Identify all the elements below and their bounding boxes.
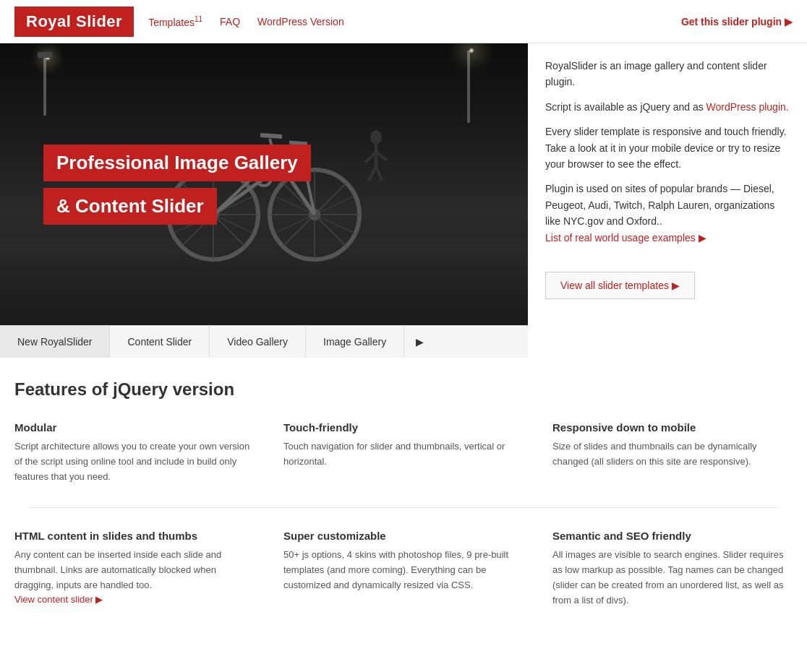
- feature-responsive: Responsive down to mobile Size of slides…: [552, 421, 793, 484]
- features-grid-2: HTML content in slides and thumbs Any co…: [14, 530, 793, 608]
- feature-touch-text: Touch navigation for slider and thumbnai…: [283, 439, 524, 470]
- feature-seo-text: All images are visible to search engines…: [552, 548, 793, 608]
- desc-intro: RoyalSlider is an image gallery and cont…: [545, 58, 790, 90]
- tab-next-arrow[interactable]: ▶: [404, 326, 435, 358]
- tab-image-gallery[interactable]: Image Gallery: [306, 326, 404, 358]
- slider-background: [0, 43, 528, 325]
- desc-script: Script is available as jQuery and as Wor…: [545, 99, 790, 115]
- street-light-right: [467, 51, 470, 123]
- feature-modular-heading: Modular: [14, 421, 255, 434]
- right-panel: RoyalSlider is an image gallery and cont…: [528, 43, 807, 358]
- slider-image: Professional Image Gallery & Content Sli…: [0, 43, 528, 325]
- slider-tabs: New RoyalSlider Content Slider Video Gal…: [0, 325, 528, 358]
- feature-html-text: Any content can be inserted inside each …: [14, 548, 255, 593]
- wordpress-plugin-link[interactable]: WordPress plugin.: [706, 101, 789, 113]
- svg-line-23: [289, 142, 307, 144]
- feature-html-heading: HTML content in slides and thumbs: [14, 530, 255, 542]
- bicycle-graphic: [163, 106, 365, 267]
- feature-responsive-text: Size of slides and thumbnails can be dyn…: [552, 439, 793, 470]
- tab-content-slider[interactable]: Content Slider: [110, 326, 210, 358]
- slide-text-line2: & Content Slider: [43, 188, 217, 225]
- feature-modular-text: Script architecture allows you to create…: [14, 439, 255, 484]
- view-templates-button[interactable]: View all slider templates ▶: [545, 272, 695, 299]
- main-nav: Templates11 FAQ WordPress Version: [148, 15, 344, 28]
- nav-faq[interactable]: FAQ: [220, 16, 240, 27]
- header-left: Royal Slider Templates11 FAQ WordPress V…: [14, 7, 344, 37]
- svg-line-34: [376, 166, 382, 181]
- feature-customizable-text: 50+ js options, 4 skins with photoshop f…: [283, 548, 524, 593]
- feature-touch-heading: Touch-friendly: [283, 421, 524, 434]
- slider-section: Professional Image Gallery & Content Sli…: [0, 43, 528, 358]
- feature-html-content: HTML content in slides and thumbs Any co…: [14, 530, 255, 608]
- feature-customizable-heading: Super customizable: [283, 530, 524, 542]
- tab-video-gallery[interactable]: Video Gallery: [210, 326, 306, 358]
- feature-touch: Touch-friendly Touch navigation for slid…: [283, 421, 524, 484]
- divider: [29, 507, 778, 508]
- desc-responsive: Every slider template is responsive and …: [545, 124, 790, 172]
- feature-modular: Modular Script architecture allows you t…: [14, 421, 255, 484]
- features-title: Features of jQuery version: [14, 379, 793, 400]
- desc-brands: Plugin is used on sites of popular brand…: [545, 181, 790, 246]
- svg-line-25: [260, 135, 282, 137]
- svg-point-29: [370, 130, 382, 145]
- features-section: Features of jQuery version Modular Scrip…: [0, 358, 807, 630]
- get-plugin-link[interactable]: Get this slider plugin ▶: [681, 16, 793, 27]
- slide-text-line1: Professional Image Gallery: [43, 145, 311, 181]
- tab-new-royalslider[interactable]: New RoyalSlider: [0, 326, 110, 358]
- nav-wordpress[interactable]: WordPress Version: [257, 16, 344, 27]
- street-light-left: [43, 58, 46, 116]
- content-slider-link[interactable]: View content slider ▶: [14, 594, 103, 605]
- feature-responsive-heading: Responsive down to mobile: [552, 421, 793, 434]
- nav-templates[interactable]: Templates11: [148, 15, 202, 28]
- person-silhouette: [354, 130, 398, 190]
- features-grid: Modular Script architecture allows you t…: [14, 421, 793, 484]
- logo: Royal Slider: [14, 7, 134, 37]
- feature-customizable: Super customizable 50+ js options, 4 ski…: [283, 530, 524, 608]
- main-container: Professional Image Gallery & Content Sli…: [0, 43, 807, 358]
- feature-seo: Semantic and SEO friendly All images are…: [552, 530, 793, 608]
- feature-seo-heading: Semantic and SEO friendly: [552, 530, 793, 542]
- svg-line-33: [369, 166, 376, 181]
- header: Royal Slider Templates11 FAQ WordPress V…: [0, 0, 807, 43]
- examples-link[interactable]: List of real world usage examples ▶: [545, 232, 706, 244]
